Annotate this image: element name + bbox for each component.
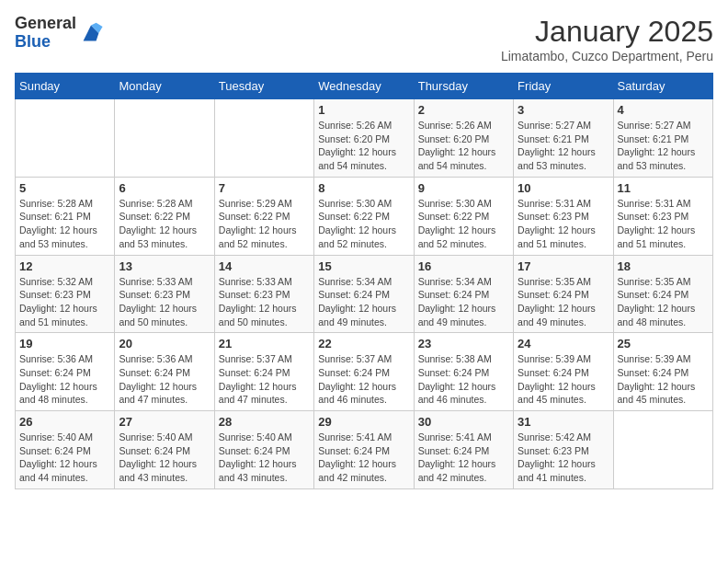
day-detail: Sunrise: 5:40 AM Sunset: 6:24 PM Dayligh…: [119, 431, 210, 485]
day-detail: Sunrise: 5:42 AM Sunset: 6:23 PM Dayligh…: [518, 431, 609, 485]
day-of-week-header: Thursday: [414, 74, 513, 99]
day-detail: Sunrise: 5:28 AM Sunset: 6:22 PM Dayligh…: [119, 197, 210, 251]
day-detail: Sunrise: 5:40 AM Sunset: 6:24 PM Dayligh…: [19, 431, 110, 485]
day-detail: Sunrise: 5:33 AM Sunset: 6:23 PM Dayligh…: [219, 275, 310, 329]
day-number: 20: [119, 337, 210, 350]
day-detail: Sunrise: 5:27 AM Sunset: 6:21 PM Dayligh…: [518, 119, 609, 173]
calendar-cell: 18Sunrise: 5:35 AM Sunset: 6:24 PM Dayli…: [613, 255, 712, 333]
day-detail: Sunrise: 5:35 AM Sunset: 6:24 PM Dayligh…: [518, 275, 609, 329]
calendar-week-row: 12Sunrise: 5:32 AM Sunset: 6:23 PM Dayli…: [16, 255, 713, 333]
day-detail: Sunrise: 5:31 AM Sunset: 6:23 PM Dayligh…: [618, 197, 709, 251]
day-number: 28: [219, 415, 310, 429]
day-detail: Sunrise: 5:30 AM Sunset: 6:22 PM Dayligh…: [318, 197, 409, 251]
calendar-cell: 16Sunrise: 5:34 AM Sunset: 6:24 PM Dayli…: [414, 255, 513, 333]
day-number: 16: [418, 259, 509, 273]
day-detail: Sunrise: 5:32 AM Sunset: 6:23 PM Dayligh…: [19, 275, 110, 329]
calendar-subtitle: Limatambo, Cuzco Department, Peru: [501, 49, 713, 63]
day-detail: Sunrise: 5:38 AM Sunset: 6:24 PM Dayligh…: [418, 352, 509, 407]
day-detail: Sunrise: 5:40 AM Sunset: 6:24 PM Dayligh…: [219, 431, 310, 485]
calendar-cell: 28Sunrise: 5:40 AM Sunset: 6:24 PM Dayli…: [214, 411, 313, 489]
calendar-cell: 19Sunrise: 5:36 AM Sunset: 6:24 PM Dayli…: [16, 333, 115, 411]
calendar-cell: 11Sunrise: 5:31 AM Sunset: 6:23 PM Dayli…: [613, 177, 712, 255]
day-detail: Sunrise: 5:29 AM Sunset: 6:22 PM Dayligh…: [219, 197, 310, 251]
day-number: 22: [318, 337, 409, 350]
day-number: 18: [618, 259, 709, 273]
calendar-week-row: 26Sunrise: 5:40 AM Sunset: 6:24 PM Dayli…: [16, 411, 713, 489]
calendar-cell: 21Sunrise: 5:37 AM Sunset: 6:24 PM Dayli…: [214, 333, 313, 411]
logo-icon: [78, 20, 104, 46]
day-of-week-header: Monday: [115, 74, 214, 99]
day-number: 11: [618, 181, 709, 195]
day-number: 1: [318, 103, 409, 117]
day-number: 17: [518, 259, 609, 273]
day-number: 10: [518, 181, 609, 195]
calendar-cell: 13Sunrise: 5:33 AM Sunset: 6:23 PM Dayli…: [115, 255, 214, 333]
calendar-week-row: 1Sunrise: 5:26 AM Sunset: 6:20 PM Daylig…: [16, 99, 713, 178]
calendar-cell: 5Sunrise: 5:28 AM Sunset: 6:21 PM Daylig…: [16, 177, 115, 255]
day-number: 14: [219, 259, 310, 273]
header-row: SundayMondayTuesdayWednesdayThursdayFrid…: [16, 74, 713, 99]
calendar-week-row: 19Sunrise: 5:36 AM Sunset: 6:24 PM Dayli…: [16, 333, 713, 411]
calendar-cell: 26Sunrise: 5:40 AM Sunset: 6:24 PM Dayli…: [16, 411, 115, 489]
calendar-cell: 2Sunrise: 5:26 AM Sunset: 6:20 PM Daylig…: [414, 99, 513, 178]
day-detail: Sunrise: 5:39 AM Sunset: 6:24 PM Dayligh…: [518, 352, 609, 407]
calendar-cell: 12Sunrise: 5:32 AM Sunset: 6:23 PM Dayli…: [16, 255, 115, 333]
day-detail: Sunrise: 5:34 AM Sunset: 6:24 PM Dayligh…: [318, 275, 409, 329]
calendar-cell: 7Sunrise: 5:29 AM Sunset: 6:22 PM Daylig…: [214, 177, 313, 255]
day-number: 8: [318, 181, 409, 195]
day-number: 7: [219, 181, 310, 195]
day-detail: Sunrise: 5:28 AM Sunset: 6:21 PM Dayligh…: [19, 197, 110, 251]
logo-general: General: [15, 15, 76, 33]
day-detail: Sunrise: 5:36 AM Sunset: 6:24 PM Dayligh…: [19, 352, 110, 407]
day-number: 19: [19, 337, 110, 350]
calendar-week-row: 5Sunrise: 5:28 AM Sunset: 6:21 PM Daylig…: [16, 177, 713, 255]
day-detail: Sunrise: 5:26 AM Sunset: 6:20 PM Dayligh…: [318, 119, 409, 173]
day-of-week-header: Friday: [514, 74, 613, 99]
title-section: January 2025 Limatambo, Cuzco Department…: [501, 15, 713, 63]
calendar-cell: 1Sunrise: 5:26 AM Sunset: 6:20 PM Daylig…: [314, 99, 414, 178]
calendar-title: January 2025: [501, 15, 713, 49]
day-number: 23: [418, 337, 509, 350]
day-number: 15: [318, 259, 409, 273]
calendar-cell: [16, 99, 115, 178]
page-header: General Blue January 2025 Limatambo, Cuz…: [15, 15, 713, 63]
logo-blue: Blue: [15, 33, 76, 52]
day-number: 27: [119, 415, 210, 429]
day-number: 24: [518, 337, 609, 350]
calendar-cell: 23Sunrise: 5:38 AM Sunset: 6:24 PM Dayli…: [414, 333, 513, 411]
day-number: 5: [19, 181, 110, 195]
day-number: 26: [19, 415, 110, 429]
calendar-cell: 30Sunrise: 5:41 AM Sunset: 6:24 PM Dayli…: [414, 411, 513, 489]
day-number: 25: [618, 337, 709, 350]
calendar-cell: 29Sunrise: 5:41 AM Sunset: 6:24 PM Dayli…: [314, 411, 414, 489]
calendar-cell: 22Sunrise: 5:37 AM Sunset: 6:24 PM Dayli…: [314, 333, 414, 411]
day-detail: Sunrise: 5:41 AM Sunset: 6:24 PM Dayligh…: [418, 431, 509, 485]
day-detail: Sunrise: 5:31 AM Sunset: 6:23 PM Dayligh…: [518, 197, 609, 251]
day-number: 3: [518, 103, 609, 117]
calendar-cell: 31Sunrise: 5:42 AM Sunset: 6:23 PM Dayli…: [514, 411, 613, 489]
day-number: 30: [418, 415, 509, 429]
day-number: 2: [418, 103, 509, 117]
calendar-cell: 24Sunrise: 5:39 AM Sunset: 6:24 PM Dayli…: [514, 333, 613, 411]
day-of-week-header: Wednesday: [314, 74, 414, 99]
calendar-cell: 14Sunrise: 5:33 AM Sunset: 6:23 PM Dayli…: [214, 255, 313, 333]
calendar-cell: 6Sunrise: 5:28 AM Sunset: 6:22 PM Daylig…: [115, 177, 214, 255]
logo: General Blue: [15, 15, 104, 52]
day-detail: Sunrise: 5:30 AM Sunset: 6:22 PM Dayligh…: [418, 197, 509, 251]
day-number: 4: [618, 103, 709, 117]
day-number: 31: [518, 415, 609, 429]
day-number: 12: [19, 259, 110, 273]
day-of-week-header: Sunday: [16, 74, 115, 99]
calendar-cell: 15Sunrise: 5:34 AM Sunset: 6:24 PM Dayli…: [314, 255, 414, 333]
calendar-table: SundayMondayTuesdayWednesdayThursdayFrid…: [15, 73, 713, 489]
day-detail: Sunrise: 5:26 AM Sunset: 6:20 PM Dayligh…: [418, 119, 509, 173]
calendar-cell: 25Sunrise: 5:39 AM Sunset: 6:24 PM Dayli…: [613, 333, 712, 411]
day-number: 29: [318, 415, 409, 429]
calendar-cell: 27Sunrise: 5:40 AM Sunset: 6:24 PM Dayli…: [115, 411, 214, 489]
day-detail: Sunrise: 5:35 AM Sunset: 6:24 PM Dayligh…: [618, 275, 709, 329]
calendar-cell: [115, 99, 214, 178]
day-detail: Sunrise: 5:27 AM Sunset: 6:21 PM Dayligh…: [618, 119, 709, 173]
day-detail: Sunrise: 5:39 AM Sunset: 6:24 PM Dayligh…: [618, 352, 709, 407]
calendar-cell: [613, 411, 712, 489]
calendar-cell: 4Sunrise: 5:27 AM Sunset: 6:21 PM Daylig…: [613, 99, 712, 178]
